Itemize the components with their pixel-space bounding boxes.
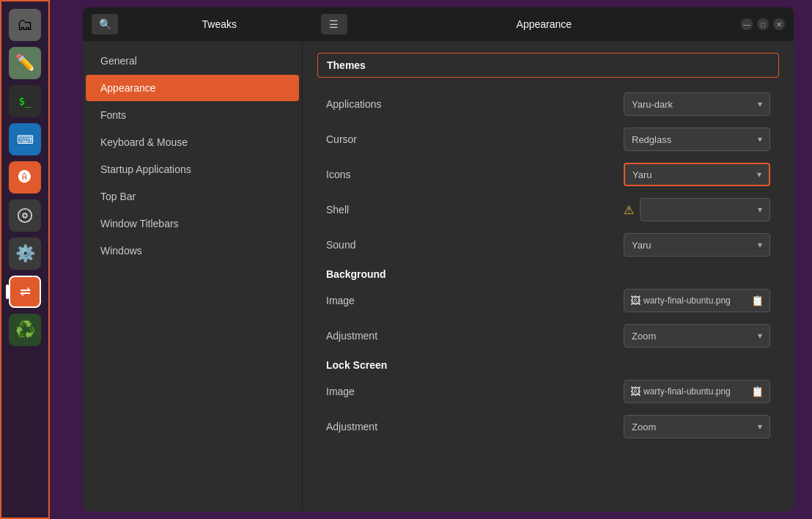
lockscreen-adjustment-label: Adjustment — [326, 421, 624, 432]
background-image-row: Image 🖼 warty-final-ubuntu.png 📋 — [317, 283, 779, 318]
lockscreen-image-copy-icon: 📋 — [751, 386, 764, 397]
applications-value: Yaru-dark — [632, 99, 673, 110]
taskbar-disk[interactable] — [9, 199, 41, 232]
applications-dropdown[interactable]: Yaru-dark ▾ — [624, 92, 770, 116]
sound-dropdown[interactable]: Yaru ▾ — [624, 233, 770, 257]
background-adjustment-arrow: ▾ — [758, 331, 762, 341]
icons-dropdown[interactable]: Yaru ▾ — [624, 163, 770, 186]
close-button[interactable]: ✕ — [773, 18, 785, 30]
background-section-title: Background — [317, 262, 779, 283]
lockscreen-adjustment-arrow: ▾ — [758, 422, 762, 432]
shell-row: Shell ⚠ ▾ — [317, 192, 779, 227]
lock-screen-section-title: Lock Screen — [317, 353, 779, 374]
cursor-value: Redglass — [632, 134, 671, 145]
background-image-value: warty-final-ubuntu.png — [643, 295, 748, 306]
icons-label: Icons — [326, 169, 624, 180]
cursor-dropdown-arrow: ▾ — [758, 134, 762, 144]
window-content: General Appearance Fonts Keyboard & Mous… — [83, 41, 794, 512]
main-panel: Themes Applications Yaru-dark ▾ Cursor R… — [303, 41, 794, 512]
sound-value: Yaru — [632, 240, 652, 251]
lockscreen-adjustment-row: Adjustment Zoom ▾ — [317, 409, 779, 444]
sidebar: General Appearance Fonts Keyboard & Mous… — [83, 41, 303, 512]
applications-row: Applications Yaru-dark ▾ — [317, 86, 779, 122]
svg-point-1 — [23, 213, 27, 218]
lockscreen-adjustment-value: Zoom — [632, 422, 656, 432]
sound-label: Sound — [326, 239, 624, 251]
taskbar-terminal[interactable]: $_ — [9, 85, 41, 117]
background-image-label: Image — [326, 295, 624, 306]
icons-row: Icons Yaru ▾ — [317, 157, 779, 192]
taskbar-editor[interactable]: ✏️ — [9, 47, 41, 79]
lockscreen-image-icon: 🖼 — [630, 386, 641, 397]
taskbar-settings[interactable]: ⚙️ — [9, 238, 41, 270]
applications-dropdown-arrow: ▾ — [758, 99, 762, 109]
maximize-button[interactable]: □ — [757, 18, 769, 30]
sidebar-item-keyboard-mouse[interactable]: Keyboard & Mouse — [86, 129, 299, 155]
cursor-dropdown[interactable]: Redglass ▾ — [624, 128, 770, 151]
sidebar-item-top-bar[interactable]: Top Bar — [86, 183, 299, 210]
taskbar-appstore[interactable]: 🅐 — [9, 161, 41, 194]
background-adjustment-row: Adjustment Zoom ▾ — [317, 318, 779, 353]
lockscreen-image-row: Image 🖼 warty-final-ubuntu.png 📋 — [317, 374, 779, 409]
window-controls: — □ ✕ — [741, 18, 785, 30]
lockscreen-image-picker[interactable]: 🖼 warty-final-ubuntu.png 📋 — [624, 380, 770, 403]
taskbar-trash[interactable]: ♻️ — [9, 314, 41, 346]
shell-dropdown-arrow: ▾ — [758, 205, 762, 215]
background-adjustment-dropdown[interactable]: Zoom ▾ — [624, 324, 770, 347]
lockscreen-adjustment-dropdown[interactable]: Zoom ▾ — [624, 415, 770, 438]
cursor-label: Cursor — [326, 133, 624, 145]
window-right-title: Appearance — [353, 18, 735, 30]
applications-label: Applications — [326, 98, 624, 110]
sidebar-item-general[interactable]: General — [86, 48, 299, 74]
shell-label: Shell — [326, 204, 624, 216]
titlebar: 🔍 Tweaks ☰ Appearance — □ ✕ — [83, 7, 794, 41]
minimize-button[interactable]: — — [741, 18, 753, 30]
sound-row: Sound Yaru ▾ — [317, 227, 779, 262]
icons-value: Yaru — [632, 169, 652, 180]
sound-dropdown-arrow: ▾ — [758, 240, 762, 250]
menu-button[interactable]: ☰ — [321, 14, 347, 34]
svg-point-0 — [18, 209, 32, 222]
background-adjustment-value: Zoom — [632, 331, 656, 342]
lockscreen-image-label: Image — [326, 386, 624, 397]
taskbar-tweaks[interactable]: ⇌ — [9, 276, 41, 308]
cursor-row: Cursor Redglass ▾ — [317, 122, 779, 157]
icons-dropdown-arrow: ▾ — [757, 169, 761, 180]
sidebar-item-windows[interactable]: Windows — [86, 238, 299, 264]
sidebar-item-appearance[interactable]: Appearance — [86, 75, 299, 101]
shell-dropdown[interactable]: ▾ — [640, 198, 770, 221]
search-button[interactable]: 🔍 — [92, 14, 118, 34]
taskbar-vscode[interactable]: ⌨ — [9, 123, 41, 155]
shell-warning-icon: ⚠ — [624, 203, 634, 217]
taskbar-files[interactable]: 🗂 — [9, 9, 41, 41]
themes-section-header: Themes — [317, 53, 779, 78]
tweaks-window: 🔍 Tweaks ☰ Appearance — □ ✕ General Appe… — [83, 7, 794, 512]
sidebar-item-window-titlebars[interactable]: Window Titlebars — [86, 210, 299, 237]
sidebar-item-startup-applications[interactable]: Startup Applications — [86, 156, 299, 183]
background-image-picker[interactable]: 🖼 warty-final-ubuntu.png 📋 — [624, 289, 770, 312]
background-image-icon: 🖼 — [630, 295, 641, 306]
lockscreen-image-value: warty-final-ubuntu.png — [643, 386, 748, 397]
window-left-title: Tweaks — [124, 18, 315, 30]
taskbar: 🗂 ✏️ $_ ⌨ 🅐 ⚙️ ⇌ ♻️ — [0, 0, 50, 519]
background-adjustment-label: Adjustment — [326, 330, 624, 342]
background-image-copy-icon: 📋 — [751, 295, 764, 306]
sidebar-item-fonts[interactable]: Fonts — [86, 102, 299, 128]
